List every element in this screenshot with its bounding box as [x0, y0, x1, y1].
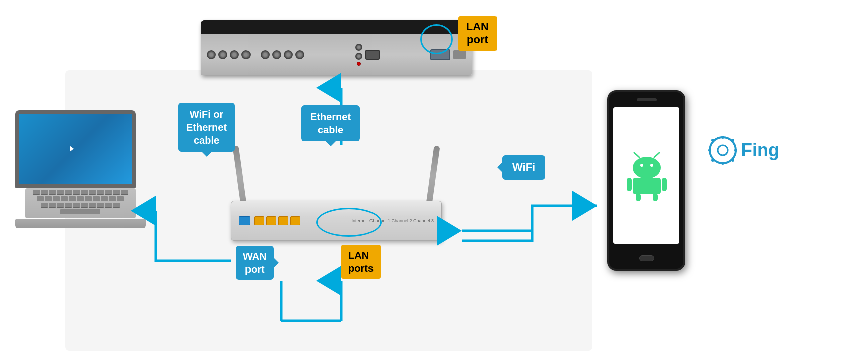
svg-rect-20: [636, 193, 641, 201]
svg-point-31: [711, 159, 714, 162]
svg-point-23: [718, 145, 728, 155]
key: [89, 190, 96, 195]
lan-badge-dvr: LANport: [458, 16, 497, 51]
bnc-4: [241, 50, 251, 59]
audio-connector-2: [355, 53, 362, 60]
key: [49, 203, 56, 208]
svg-point-30: [731, 139, 734, 142]
key: [33, 190, 40, 195]
phone-home-button: [639, 255, 654, 261]
svg-point-12: [633, 157, 661, 179]
svg-rect-17: [633, 178, 661, 194]
router-lan-port-2: [266, 216, 276, 225]
key: [57, 203, 64, 208]
key: [105, 190, 112, 195]
svg-rect-18: [627, 178, 632, 191]
svg-line-16: [654, 153, 659, 157]
laptop-screen: [15, 110, 136, 188]
svg-rect-19: [662, 178, 667, 191]
bnc-5: [261, 50, 270, 59]
svg-line-15: [634, 153, 639, 157]
svg-point-29: [731, 159, 734, 162]
svg-point-24: [721, 136, 724, 139]
key: [113, 203, 120, 208]
router-lan-port-4: [290, 216, 300, 225]
key: [105, 203, 112, 208]
audio-connector-1: [355, 44, 362, 51]
red-connector: [357, 62, 361, 66]
key: [61, 196, 68, 201]
key: [73, 203, 80, 208]
bnc-7: [284, 50, 293, 59]
router-device: Internet Channel 1 Channel 2 Channel 3: [221, 140, 452, 241]
spacebar-row: [25, 208, 136, 214]
laptop-base: [15, 219, 146, 228]
key: [97, 190, 104, 195]
laptop-cursor: [70, 146, 74, 152]
key: [93, 196, 100, 201]
svg-rect-21: [653, 193, 658, 201]
ethernet-cable-callout: Ethernetcable: [301, 105, 360, 141]
diagram-container: LANport: [0, 0, 868, 362]
fing-logo: Fing: [708, 135, 779, 165]
android-robot-icon: [622, 150, 672, 201]
wifi-callout: WiFi: [502, 155, 545, 180]
bnc-8: [295, 50, 304, 59]
bnc-1: [207, 50, 216, 59]
lan-ports-circle: [316, 208, 382, 237]
key: [65, 203, 72, 208]
key: [41, 203, 48, 208]
bnc-2: [218, 50, 227, 59]
key: [77, 196, 84, 201]
key: [65, 190, 72, 195]
key: [81, 190, 88, 195]
svg-point-26: [708, 149, 711, 152]
svg-point-28: [711, 139, 714, 142]
key: [117, 196, 124, 201]
key: [69, 196, 76, 201]
key: [45, 196, 52, 201]
key: [113, 190, 120, 195]
svg-point-25: [721, 162, 724, 165]
key-row-2: [25, 195, 136, 201]
lan-ports-badge: LANports: [341, 245, 381, 279]
dvr-device: LANport: [191, 5, 482, 85]
key: [49, 190, 56, 195]
laptop-keyboard: [25, 188, 136, 218]
wan-port-callout: WANport: [236, 246, 274, 280]
key: [41, 190, 48, 195]
key: [101, 196, 108, 201]
bnc-connectors: [207, 50, 251, 59]
svg-point-27: [734, 149, 737, 152]
usb-port: [453, 50, 466, 59]
router-lan-port-3: [278, 216, 288, 225]
router-lan-port-1: [254, 216, 264, 225]
laptop-screen-display: [19, 114, 132, 184]
key: [81, 203, 88, 208]
bnc-6: [272, 50, 281, 59]
fing-text: Fing: [741, 140, 779, 161]
phone-screen: [613, 107, 679, 244]
svg-point-14: [650, 164, 653, 167]
svg-point-13: [640, 164, 643, 167]
key: [109, 196, 116, 201]
router-antenna-left: [232, 145, 247, 206]
key-row-3: [25, 201, 136, 208]
phone-speaker: [637, 98, 657, 101]
key: [121, 190, 128, 195]
key: [53, 196, 60, 201]
key: [85, 196, 92, 201]
android-phone: [607, 90, 693, 281]
vga-port: [365, 50, 380, 60]
router-wan-port: [239, 216, 250, 225]
key: [97, 203, 104, 208]
bnc-3: [230, 50, 239, 59]
key: [89, 203, 96, 208]
key-row-1: [25, 188, 136, 195]
router-lan-ports: [254, 216, 300, 225]
bnc-row2: [261, 50, 304, 59]
lan-circle-dvr: [420, 24, 453, 54]
fing-icon: [708, 135, 738, 165]
phone-body: [607, 90, 685, 271]
key: [57, 190, 64, 195]
